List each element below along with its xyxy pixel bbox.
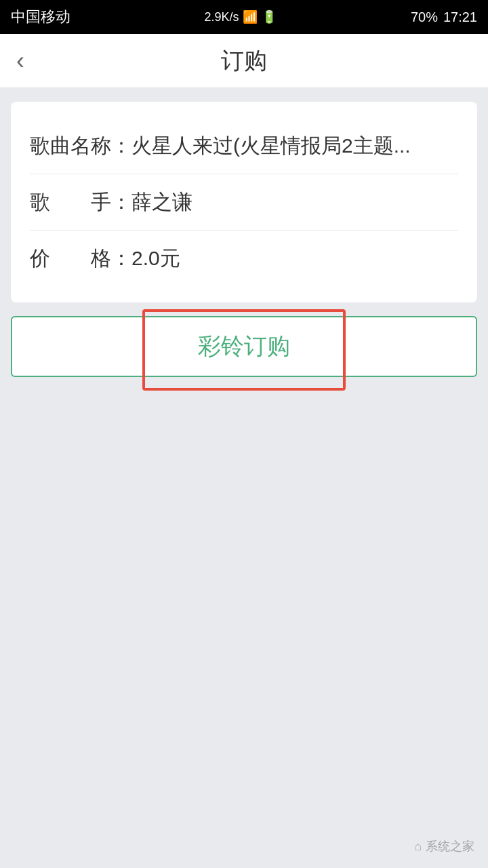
carrier-label: 中国移动 — [11, 7, 70, 27]
artist-row: 歌 手：薛之谦 — [30, 174, 458, 231]
song-name-row: 歌曲名称：火星人来过(火星情报局2主题... — [30, 118, 458, 174]
status-center: 2.9K/s 📶 🔋 — [204, 9, 277, 24]
purchase-area: 彩铃订购 — [11, 316, 477, 377]
main-content: 歌曲名称：火星人来过(火星情报局2主题... 歌 手：薛之谦 价 格：2.0元 … — [0, 88, 488, 868]
song-name-label: 歌曲名称：火星人来过(火星情报局2主题... — [30, 134, 411, 157]
watermark-text: 系统之家 — [426, 838, 474, 854]
info-card: 歌曲名称：火星人来过(火星情报局2主题... 歌 手：薛之谦 价 格：2.0元 — [11, 102, 477, 302]
time-label: 17:21 — [443, 9, 477, 25]
status-right: 70% 17:21 — [411, 9, 477, 25]
watermark: ⌂ 系统之家 — [414, 838, 474, 854]
back-button[interactable]: ‹ — [16, 49, 24, 73]
artist-label: 歌 手：薛之谦 — [30, 191, 192, 213]
purchase-button[interactable]: 彩铃订购 — [11, 316, 477, 377]
signal-icon: 📶 — [243, 9, 258, 24]
page-title: 订购 — [221, 45, 267, 77]
price-row: 价 格：2.0元 — [30, 231, 458, 286]
speed-label: 2.9K/s — [204, 10, 239, 24]
nav-bar: ‹ 订购 — [0, 34, 488, 88]
wifi-icon: 🔋 — [262, 9, 277, 24]
status-bar: 中国移动 2.9K/s 📶 🔋 70% 17:21 — [0, 0, 488, 34]
watermark-icon: ⌂ — [414, 840, 422, 854]
battery-label: 70% — [411, 9, 438, 25]
price-label: 价 格：2.0元 — [30, 247, 180, 269]
